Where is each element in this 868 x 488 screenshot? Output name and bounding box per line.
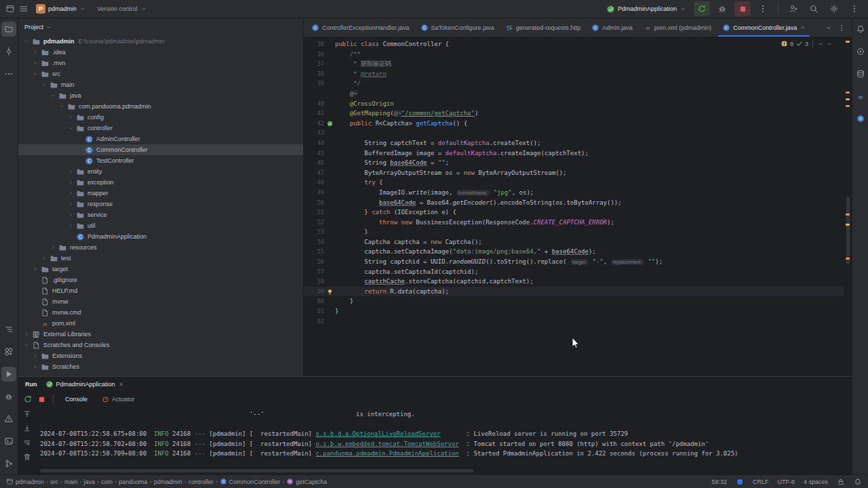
code-line-45[interactable]: 45 BufferedImage image = defaultKaptcha.… — [304, 148, 844, 159]
stop-icon[interactable] — [37, 395, 46, 404]
line-number[interactable]: 47 — [304, 168, 324, 178]
tree-item-gitignore[interactable]: .gitignore — [18, 274, 303, 285]
breadcrumb-panduoma[interactable]: panduoma — [119, 479, 148, 485]
database-tool-button[interactable] — [853, 66, 868, 81]
run-config-selector[interactable]: PdmadminApplication — [603, 3, 690, 15]
tree-item-pdmadminapplication[interactable]: CPdmadminApplication — [18, 231, 303, 242]
rerun-icon[interactable] — [23, 394, 33, 404]
bell-icon[interactable] — [854, 478, 862, 486]
tab-generated-requests-http[interactable]: generated-requests.http — [500, 18, 587, 37]
indicator-icon[interactable] — [736, 478, 744, 486]
tree-item-testcontroller[interactable]: CTestController — [18, 155, 303, 166]
code-line-47[interactable]: 47 ByteArrayOutputStream os = new ByteAr… — [304, 168, 844, 178]
tree-item-mvn[interactable]: .mvn — [18, 58, 303, 68]
line-number[interactable]: 58 — [304, 277, 324, 287]
tab-commoncontroller-java[interactable]: CCommonController.java — [717, 18, 811, 37]
vcs-widget[interactable]: Version control — [94, 4, 151, 14]
chevron-right-icon[interactable] — [41, 255, 50, 262]
tree-item-commoncontroller[interactable]: CCommonController — [18, 144, 303, 155]
tab-pom-xml-pdmadmin[interactable]: mpom.xml (pdmadmin) — [638, 18, 717, 37]
code-line-59[interactable]: 59 return R.data(captcha); — [304, 287, 844, 297]
hidden-tabs-icon[interactable] — [825, 24, 833, 32]
tree-item-config[interactable]: config — [18, 112, 303, 123]
more-button[interactable] — [846, 1, 863, 16]
line-number[interactable]: 52 — [304, 218, 324, 228]
close-icon[interactable] — [800, 24, 806, 30]
chevron-right-icon[interactable] — [32, 60, 41, 66]
project-widget[interactable]: P pdmadmin — [33, 3, 90, 15]
breadcrumb-java[interactable]: java — [84, 479, 96, 485]
line-number[interactable]: 43 — [304, 128, 324, 138]
code-line-36[interactable]: 36 /** — [304, 49, 844, 60]
code-line-54[interactable]: 54 Captcha captcha = new Captcha(); — [304, 237, 844, 247]
bulb-icon[interactable] — [324, 287, 335, 297]
rerun-button[interactable] — [694, 1, 710, 16]
chevron-down-icon[interactable] — [23, 38, 32, 45]
console-scrollbar[interactable] — [40, 469, 473, 472]
chevron-down-icon[interactable] — [41, 81, 50, 88]
chevron-right-icon[interactable] — [67, 201, 76, 207]
breadcrumb-src[interactable]: src — [50, 479, 58, 485]
stripe-mark[interactable] — [846, 105, 850, 107]
code-line-inlay[interactable]: @~ — [304, 89, 844, 99]
tree-item-admincontroller[interactable]: CAdminController — [18, 134, 303, 144]
breadcrumb-pdmadmin[interactable]: pdmadmin — [6, 478, 44, 485]
stripe-mark[interactable] — [846, 41, 850, 43]
line-number[interactable]: 62 — [304, 317, 324, 327]
code-editor[interactable]: 30public class CommonController {36 /**3… — [304, 37, 852, 376]
bean-icon[interactable] — [326, 120, 334, 127]
tree-item-extensions[interactable]: Extensions — [18, 350, 303, 361]
line-number[interactable]: 51 — [304, 207, 324, 218]
tree-item-util[interactable]: util — [18, 220, 303, 231]
debug-button[interactable] — [714, 1, 730, 16]
code-line-38[interactable]: 38 * @return — [304, 69, 844, 79]
line-number[interactable]: 59 — [304, 287, 324, 297]
version-control-tool-button[interactable] — [1, 456, 16, 471]
run-more-button[interactable] — [755, 1, 771, 16]
code-line-60[interactable]: 60 } — [304, 296, 844, 306]
line-number[interactable]: 48 — [304, 178, 324, 188]
code-line-51[interactable]: 51 } catch (IOException e) { — [304, 207, 844, 218]
status-utf-8[interactable]: UTF-8 — [777, 479, 795, 485]
chevron-right-icon[interactable] — [32, 49, 41, 56]
tree-item-pdmadmin[interactable]: pdmadminE:\course\pdmadmin\pdmadmin — [18, 36, 303, 47]
code-line-46[interactable]: 46 String base64Code = ""; — [304, 158, 844, 168]
stop-button[interactable] — [734, 1, 751, 16]
line-number[interactable]: 46 — [304, 158, 324, 168]
chevron-down-icon[interactable] — [23, 342, 32, 348]
code-line-40[interactable]: 40 @CrossOrigin — [304, 99, 844, 109]
tree-item-entity[interactable]: entity — [18, 166, 303, 177]
chevron-down-icon[interactable] — [58, 103, 67, 110]
project-panel-header[interactable]: Project — [18, 18, 303, 35]
code-line-30[interactable]: 30public class CommonController { — [304, 39, 844, 49]
line-number[interactable]: 41 — [304, 108, 324, 119]
line-number[interactable]: 50 — [304, 198, 324, 208]
debug-tool-button[interactable] — [1, 389, 16, 404]
tab-options-icon[interactable] — [837, 24, 846, 32]
notifications-button[interactable] — [853, 22, 868, 37]
tab-actuator[interactable]: Actuator — [97, 392, 140, 407]
line-number[interactable]: 39 — [304, 79, 324, 89]
tree-item-resources[interactable]: resources — [18, 242, 303, 253]
terminal-tool-button[interactable] — [1, 434, 16, 449]
logger-link[interactable]: o.s.b.d.a.OptionalLiveReloadServer — [315, 430, 440, 437]
tree-item-com-panduoma-pdmadmin[interactable]: com.panduoma.pdmadmin — [18, 101, 303, 112]
lock-icon[interactable] — [837, 478, 845, 486]
services-tool-button[interactable] — [1, 344, 16, 359]
tab-controllerexceptionhandler-java[interactable]: CControllerExceptionHandler.java — [306, 18, 415, 37]
tree-item-help-md[interactable]: HELP.md — [18, 285, 303, 296]
tree-item-service[interactable]: service — [18, 209, 303, 220]
tree-item-mvnw-cmd[interactable]: mvnw.cmd — [18, 307, 303, 318]
tree-item-idea[interactable]: .idea — [18, 47, 303, 58]
line-number[interactable]: 38 — [304, 69, 324, 79]
up-stack-trace-icon[interactable] — [23, 410, 31, 418]
chevron-down-icon[interactable] — [67, 125, 76, 131]
status-4-spaces[interactable]: 4 spaces — [804, 479, 828, 485]
breadcrumb-main[interactable]: main — [64, 479, 78, 485]
code-line-39[interactable]: 39 */ — [304, 79, 844, 89]
code-line-56[interactable]: 56 String captchid = UUID.randomUUID().t… — [304, 257, 844, 267]
maven-tool-button[interactable]: m — [853, 89, 868, 104]
code-line-42[interactable]: 42 public R<Captcha> getCaptcha() { — [304, 119, 844, 129]
line-number[interactable]: 30 — [304, 39, 324, 49]
editor-scrollbar[interactable] — [846, 197, 850, 264]
